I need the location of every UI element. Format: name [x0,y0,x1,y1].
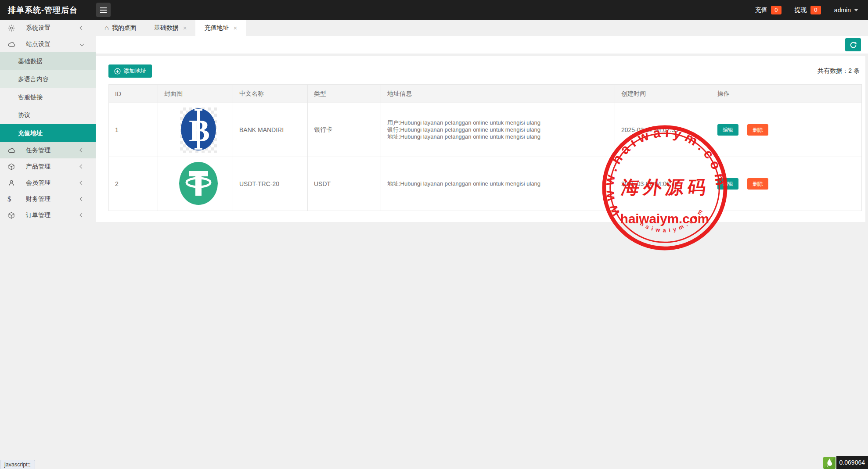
col-header-id: ID [109,85,158,103]
cell-logo [158,157,233,211]
cloud-icon [7,40,17,48]
address-line: 用户:Hubungi layanan pelanggan online untu… [387,119,615,126]
withdraw-count-badge: 0 [810,6,821,14]
sidebar-item-label: 会员管理 [26,179,80,187]
sidebar-subitem-label: 协议 [18,111,30,119]
link-preview-tooltip: javascript:; [0,460,35,469]
sidebar-subitem-recharge-address[interactable]: 充值地址 [0,124,96,142]
tab-recharge-address[interactable]: 充值地址 × [195,20,246,36]
tab-label: 充值地址 [204,24,229,32]
refresh-button[interactable] [845,38,861,51]
sidebar-item-label: 站点设置 [26,40,80,48]
sidebar-subitem-agreement[interactable]: 协议 [0,106,96,124]
col-header-address: 地址信息 [381,85,615,103]
sidebar-subitem-label: 客服链接 [18,93,43,101]
address-table: ID 封面图 中文名称 类型 地址信息 创建时间 操作 1 [108,84,862,211]
sidebar-item-site-settings[interactable]: 站点设置 [0,36,96,52]
tab-label: 我的桌面 [112,24,137,32]
thinkphp-flame-icon[interactable] [823,457,836,469]
col-header-cover: 封面图 [158,85,233,103]
total-count: 共有数据：2 条 [818,67,861,75]
cell-actions: 编辑 删除 [711,103,862,157]
gear-icon [7,24,17,32]
sidebar-item-label: 产品管理 [26,163,80,171]
chevron-left-icon [80,148,84,153]
plus-circle-icon [114,68,121,75]
cell-created: 2025-03-02 04:08:44 [615,157,711,211]
chevron-left-icon [80,197,84,201]
recharge-count-badge: 0 [771,6,782,14]
add-address-button[interactable]: 添加地址 [108,64,152,78]
tab-basic-data[interactable]: 基础数据 × [145,20,196,36]
cell-id: 1 [109,103,158,157]
refresh-icon [849,41,857,49]
debug-trace-bar[interactable]: 0.069064 [823,456,868,469]
table-row: 1 B [109,103,862,157]
address-line: 地址:Hubungi layanan pelanggan online untu… [387,133,615,140]
close-icon[interactable]: × [233,24,237,32]
cube-icon [7,163,17,171]
cloud-icon [7,147,17,154]
username: admin [834,7,851,14]
chevron-left-icon [80,213,84,218]
chevron-left-icon [80,181,84,185]
sidebar-subitem-basic-data[interactable]: 基础数据 [0,52,96,70]
col-header-type: 类型 [308,85,381,103]
delete-button[interactable]: 删除 [747,124,768,136]
sidebar-subitem-label: 基础数据 [18,57,43,65]
sidebar: 系统设置 站点设置 基础数据 多语言内容 客服链接 协议 充值地址 [0,20,96,469]
delete-button[interactable]: 删除 [747,178,768,190]
cell-address: 地址:Hubungi layanan pelanggan online untu… [381,157,615,211]
cell-id: 2 [109,157,158,211]
sidebar-item-label: 任务管理 [26,147,80,154]
add-address-label: 添加地址 [123,67,146,75]
header-right: 充值 0 提现 0 admin [755,6,868,14]
chevron-down-icon [854,9,858,11]
sidebar-item-member-management[interactable]: 会员管理 [0,175,96,191]
col-header-actions: 操作 [711,85,862,103]
table-header-row: ID 封面图 中文名称 类型 地址信息 创建时间 操作 [109,85,862,103]
withdraw-label: 提现 [795,6,807,14]
sidebar-item-finance-management[interactable]: $ 财务管理 [0,191,96,207]
cell-type: USDT [308,157,381,211]
cell-logo: B [158,103,233,157]
recharge-link[interactable]: 充值 0 [755,6,782,14]
col-header-name: 中文名称 [233,85,308,103]
sidebar-item-order-management[interactable]: 订单管理 [0,207,96,223]
execution-time-badge: 0.069064 [836,456,868,469]
sidebar-item-product-management[interactable]: 产品管理 [0,158,96,175]
content-card: 添加地址 共有数据：2 条 ID 封面图 中文名称 类型 地址信息 创建 [96,56,865,222]
cell-address: 用户:Hubungi layanan pelanggan online untu… [381,103,615,157]
cell-name: USDT-TRC-20 [233,157,308,211]
chevron-left-icon [80,165,84,169]
sidebar-item-label: 财务管理 [26,195,80,203]
sidebar-subitem-label: 充值地址 [18,129,43,137]
dollar-icon: $ [7,195,17,204]
home-icon: ⌂ [104,24,109,32]
bank-mandiri-logo: B [180,107,217,153]
tab-my-desktop[interactable]: ⌂ 我的桌面 [96,20,145,36]
edit-button[interactable]: 编辑 [717,124,738,136]
sidebar-item-system-settings[interactable]: 系统设置 [0,20,96,36]
chevron-down-icon [80,42,84,47]
withdraw-link[interactable]: 提现 0 [795,6,821,14]
close-icon[interactable]: × [183,24,187,32]
sidebar-subitem-multilanguage[interactable]: 多语言内容 [0,70,96,88]
address-line: 地址:Hubungi layanan pelanggan online untu… [387,180,615,187]
sidebar-subitem-service-link[interactable]: 客服链接 [0,88,96,106]
cell-name: BANK MANDIRI [233,103,308,157]
top-header: 排单系统-管理后台 充值 0 提现 0 admin [0,0,868,20]
table-row: 2 U [109,157,862,211]
menu-toggle-button[interactable] [96,3,111,17]
main-content: ⌂ 我的桌面 基础数据 × 充值地址 × [96,20,868,469]
app-title: 排单系统-管理后台 [8,5,78,15]
svg-text:B: B [189,113,210,148]
hamburger-icon [100,7,107,8]
chevron-left-icon [80,26,84,30]
sidebar-item-task-management[interactable]: 任务管理 [0,142,96,158]
user-menu[interactable]: admin [834,7,858,14]
admin-screen: 排单系统-管理后台 充值 0 提现 0 admin 系统设置 [0,0,868,469]
edit-button[interactable]: 编辑 [717,178,738,190]
sidebar-subitem-label: 多语言内容 [18,75,49,83]
tab-label: 基础数据 [154,24,179,32]
